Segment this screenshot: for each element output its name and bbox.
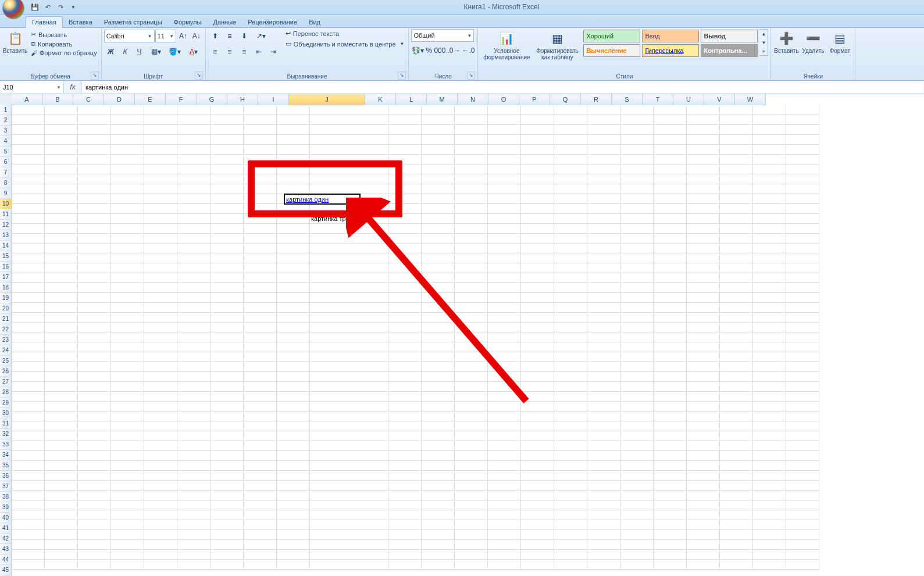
cell-Q19[interactable]: [587, 282, 620, 293]
cell-D44[interactable]: [111, 530, 144, 540]
cell-N28[interactable]: [488, 371, 521, 382]
cell-J3[interactable]: [310, 124, 388, 135]
cell-O25[interactable]: [521, 342, 554, 352]
cell-D2[interactable]: [111, 115, 144, 125]
cell-S32[interactable]: [654, 411, 687, 421]
cell-N23[interactable]: [488, 322, 521, 332]
cell-W41[interactable]: [786, 500, 819, 510]
cell-D16[interactable]: [111, 253, 144, 263]
cell-A8[interactable]: [12, 174, 45, 184]
cell-U19[interactable]: [720, 282, 753, 293]
cell-Q30[interactable]: [587, 391, 620, 402]
cell-N31[interactable]: [488, 401, 521, 412]
cell-H37[interactable]: [244, 460, 277, 471]
cell-P1[interactable]: [554, 105, 587, 115]
cell-H13[interactable]: [244, 223, 277, 234]
cell-O19[interactable]: [521, 282, 554, 293]
cell-L34[interactable]: [422, 431, 455, 441]
cell-O7[interactable]: [521, 164, 554, 174]
cell-V8[interactable]: [753, 174, 786, 184]
cell-K40[interactable]: [388, 490, 422, 500]
cell-C27[interactable]: [78, 362, 111, 372]
style-good[interactable]: Хороший: [583, 30, 640, 42]
cell-Q4[interactable]: [587, 134, 620, 145]
cell-S22[interactable]: [654, 312, 687, 323]
cell-G18[interactable]: [211, 273, 244, 283]
cell-C15[interactable]: [78, 243, 111, 253]
cell-V44[interactable]: [753, 530, 786, 540]
cell-J47[interactable]: [310, 559, 388, 570]
cell-N27[interactable]: [488, 362, 521, 372]
cell-S28[interactable]: [654, 371, 687, 382]
cell-R28[interactable]: [620, 371, 654, 382]
cell-I46[interactable]: [277, 549, 310, 560]
cell-A18[interactable]: [12, 273, 45, 283]
cell-H21[interactable]: [244, 302, 277, 313]
cell-U40[interactable]: [720, 490, 753, 500]
cell-N43[interactable]: [488, 520, 521, 530]
increase-decimal-icon[interactable]: .0→: [447, 44, 461, 58]
cell-R25[interactable]: [620, 342, 654, 352]
cell-F46[interactable]: [177, 549, 211, 560]
cell-J44[interactable]: [310, 530, 388, 540]
cell-U3[interactable]: [720, 124, 753, 135]
row-header-4[interactable]: 4: [0, 136, 12, 146]
cell-J36[interactable]: [310, 450, 388, 461]
cell-W36[interactable]: [786, 450, 819, 461]
cell-J38[interactable]: [310, 470, 388, 481]
cell-G32[interactable]: [211, 411, 244, 421]
cell-D45[interactable]: [111, 539, 144, 550]
cell-N1[interactable]: [488, 105, 521, 115]
cell-O5[interactable]: [521, 144, 554, 155]
cell-F16[interactable]: [177, 253, 211, 263]
cell-F31[interactable]: [177, 401, 211, 412]
cell-P25[interactable]: [554, 342, 587, 352]
cell-B4[interactable]: [45, 134, 78, 145]
cell-M22[interactable]: [455, 312, 488, 323]
cell-H6[interactable]: [244, 154, 277, 164]
cell-H1[interactable]: [244, 105, 277, 115]
cell-V20[interactable]: [753, 292, 786, 303]
cell-I43[interactable]: [277, 520, 310, 530]
cell-I30[interactable]: [277, 391, 310, 402]
cell-T11[interactable]: [687, 203, 720, 214]
cell-A16[interactable]: [12, 253, 45, 263]
cell-E42[interactable]: [144, 510, 177, 520]
cell-E1[interactable]: [144, 105, 177, 115]
cell-N42[interactable]: [488, 510, 521, 520]
row-header-43[interactable]: 43: [0, 544, 12, 554]
cell-W24[interactable]: [786, 332, 819, 342]
cell-V46[interactable]: [753, 549, 786, 560]
cell-I12[interactable]: [277, 213, 310, 224]
row-header-41[interactable]: 41: [0, 523, 12, 534]
cell-L20[interactable]: [422, 292, 455, 303]
row-header-8[interactable]: 8: [0, 178, 12, 188]
cell-O27[interactable]: [521, 362, 554, 372]
cell-S46[interactable]: [654, 549, 687, 560]
cell-O3[interactable]: [521, 124, 554, 135]
cell-H23[interactable]: [244, 322, 277, 332]
cell-F5[interactable]: [177, 144, 211, 155]
cell-L21[interactable]: [422, 302, 455, 313]
cell-C40[interactable]: [78, 490, 111, 500]
cell-C20[interactable]: [78, 292, 111, 303]
column-header-O[interactable]: O: [488, 94, 519, 105]
cell-W16[interactable]: [786, 253, 819, 263]
cell-D19[interactable]: [111, 282, 144, 293]
cell-C6[interactable]: [78, 154, 111, 164]
cell-O6[interactable]: [521, 154, 554, 164]
cell-I34[interactable]: [277, 431, 310, 441]
format-painter-button[interactable]: 🖌Формат по образцу: [29, 49, 99, 57]
cell-G37[interactable]: [211, 460, 244, 471]
cell-B28[interactable]: [45, 371, 78, 382]
row-header-25[interactable]: 25: [0, 356, 12, 366]
cell-K35[interactable]: [388, 441, 422, 451]
cell-K47[interactable]: [388, 559, 422, 570]
cell-N37[interactable]: [488, 460, 521, 471]
cell-L40[interactable]: [422, 490, 455, 500]
cell-L33[interactable]: [422, 421, 455, 431]
cell-P41[interactable]: [554, 500, 587, 510]
cell-N9[interactable]: [488, 184, 521, 194]
cell-L7[interactable]: [422, 164, 455, 174]
underline-button[interactable]: Ч: [133, 45, 147, 59]
